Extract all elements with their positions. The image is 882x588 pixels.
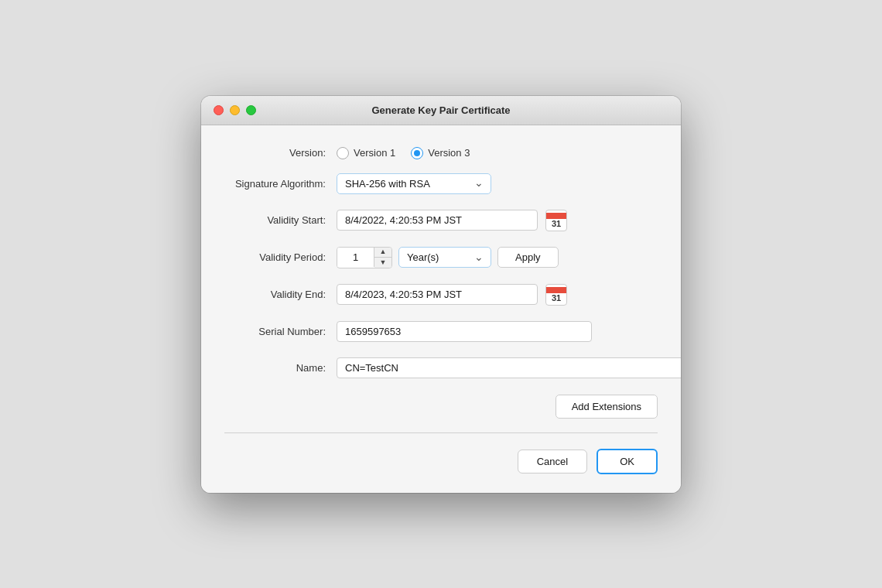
cancel-button[interactable]: Cancel (518, 450, 587, 473)
name-row: Name: 📒 🧹 (224, 356, 658, 381)
validity-end-input[interactable] (337, 284, 538, 305)
validity-period-label: Validity Period: (224, 251, 337, 263)
validity-end-label: Validity End: (224, 289, 337, 300)
sig-algo-row: Signature Algorithm: SHA-256 with RSA SH… (224, 173, 658, 194)
main-window: Generate Key Pair Certificate Version: V… (201, 96, 681, 493)
dialog-buttons: Cancel OK (224, 449, 658, 474)
validity-start-controls: 31 (337, 208, 658, 233)
version-row: Version: Version 1 Version 3 (224, 147, 658, 159)
version1-radio[interactable] (337, 147, 349, 159)
version3-radio[interactable] (411, 147, 423, 159)
validity-period-value: 1 (337, 248, 374, 267)
version1-label: Version 1 (354, 147, 395, 159)
close-button[interactable] (214, 105, 224, 115)
stepper-buttons: ▲ ▼ (374, 248, 391, 268)
validity-start-label: Validity Start: (224, 214, 337, 226)
validity-end-calendar-button[interactable]: 31 (544, 282, 569, 307)
name-input[interactable] (337, 357, 681, 378)
ok-button[interactable]: OK (597, 449, 658, 474)
traffic-lights (214, 105, 256, 115)
window-title: Generate Key Pair Certificate (371, 104, 510, 116)
stepper-up-button[interactable]: ▲ (374, 248, 391, 258)
validity-period-stepper: 1 ▲ ▼ (337, 247, 392, 268)
calendar-top (546, 213, 566, 219)
calendar-end-icon: 31 (545, 284, 567, 306)
add-extensions-button[interactable]: Add Extensions (556, 395, 658, 419)
version3-label: Version 3 (428, 147, 470, 159)
calendar-icon: 31 (545, 210, 567, 231)
sig-algo-select[interactable]: SHA-256 with RSA SHA-1 with RSA SHA-512 … (337, 173, 491, 194)
titlebar: Generate Key Pair Certificate (201, 96, 681, 125)
serial-number-input[interactable] (337, 321, 592, 342)
validity-period-row: Validity Period: 1 ▲ ▼ Year(s) Month(s) … (224, 247, 658, 268)
validity-end-row: Validity End: 31 (224, 282, 658, 307)
sig-algo-controls: SHA-256 with RSA SHA-1 with RSA SHA-512 … (337, 173, 658, 194)
serial-number-row: Serial Number: (224, 321, 658, 342)
serial-number-label: Serial Number: (224, 326, 337, 337)
validity-start-input[interactable] (337, 210, 538, 231)
dialog-content: Version: Version 1 Version 3 Signature A… (201, 125, 681, 493)
name-controls: 📒 🧹 (337, 356, 681, 381)
version-controls: Version 1 Version 3 (337, 147, 658, 159)
calendar-end-top (546, 287, 566, 293)
calendar-day: 31 (552, 219, 561, 228)
maximize-button[interactable] (246, 105, 256, 115)
version1-option[interactable]: Version 1 (337, 147, 395, 159)
sig-algo-label: Signature Algorithm: (224, 178, 337, 190)
version3-option[interactable]: Version 3 (411, 147, 470, 159)
divider (224, 432, 658, 433)
calendar-end-day: 31 (552, 293, 561, 303)
version-label: Version: (224, 147, 337, 159)
validity-period-unit-select[interactable]: Year(s) Month(s) Day(s) (398, 247, 491, 268)
name-label: Name: (224, 362, 337, 374)
validity-start-row: Validity Start: 31 (224, 208, 658, 233)
apply-button[interactable]: Apply (497, 247, 559, 268)
validity-end-controls: 31 (337, 282, 658, 307)
validity-period-controls: 1 ▲ ▼ Year(s) Month(s) Day(s) Apply (337, 247, 658, 268)
sig-algo-select-wrapper: SHA-256 with RSA SHA-1 with RSA SHA-512 … (337, 173, 491, 194)
validity-period-unit-wrapper: Year(s) Month(s) Day(s) (398, 247, 491, 268)
extensions-area: Add Extensions (224, 395, 658, 419)
validity-start-calendar-button[interactable]: 31 (544, 208, 569, 233)
version-radio-group: Version 1 Version 3 (337, 147, 470, 159)
serial-number-controls (337, 321, 658, 342)
minimize-button[interactable] (230, 105, 240, 115)
stepper-down-button[interactable]: ▼ (374, 258, 391, 268)
